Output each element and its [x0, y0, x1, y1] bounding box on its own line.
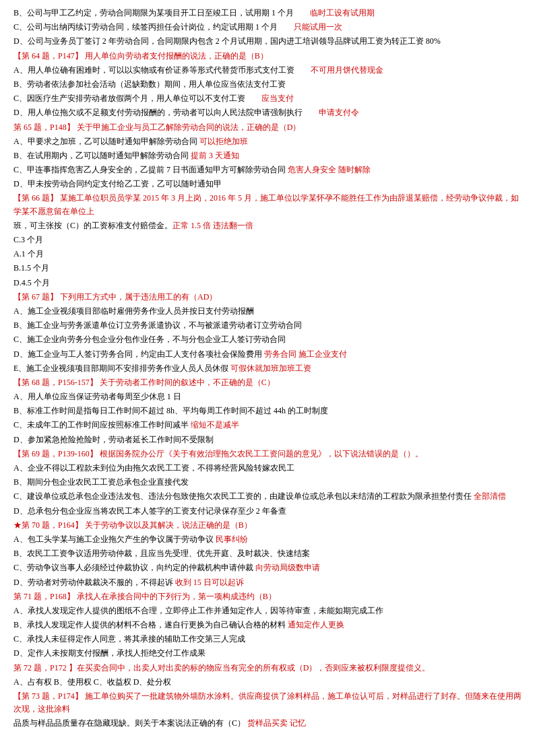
q70-a-text: A、包工头学某与施工企业拖欠产生的争议属于劳动争议 — [13, 535, 216, 544]
q67-c: C、施工企业向劳务分包企业分包作业任务，不与分包企业工人签订劳动合同 — [13, 333, 522, 346]
q66-header: 【第 66 题】 某施工单位职员员学某 2015 年 3 月上岗，2016 年 … — [13, 192, 522, 217]
q71-b-text: B、承找人发现定作人提供的材料不合格，遂自行更换为自己确认合格的材料 — [13, 620, 288, 629]
q65-a-note: 可以拒绝加班 — [199, 137, 248, 146]
q65-b-text: B、在试用期内，乙可以随时通知甲解除劳动合同 — [13, 151, 191, 160]
q70-d-text: D、劳动者对劳动仲裁裁决不服的，不得起诉 — [13, 578, 175, 587]
q71-a-text: A、承找人发现定作人提供的图纸不合理，立即停止工作并通知定作人，因等待审查，未能… — [13, 606, 383, 615]
q70-a-note: 民事纠纷 — [216, 535, 248, 544]
q69-c-note: 全部清偿 — [474, 491, 506, 501]
q71-text: 第 71 题，P168】 承找人在承接合同中的下列行为，第一项构成违约（B） — [13, 592, 276, 601]
q64-a-text: A、用人单位确有困难时，可以以实物或有价证券等形式代替货币形式支付工资 — [13, 65, 311, 75]
q68-a-text: A、用人单位应当保证劳动者每周至少休息 1 日 — [13, 392, 181, 401]
q64-c-text: C、因医疗生产安排劳动者放假两个月，用人单位可以不支付工资 — [13, 94, 261, 103]
q66-body-text: 班，可主张按（C）的工资标准支付赔偿金。 — [13, 221, 172, 230]
q66-c: C.3 个月 — [13, 234, 522, 246]
q66-a-text: A.1 个月 — [13, 249, 44, 259]
q72-text: 第 72 题，P172 】在买卖合同中，出卖人对出卖的标的物应当有完全的所有权或… — [13, 663, 430, 673]
q65-a: A、甲要求之加班，乙可以随时通知甲解除劳动合同 可以拒绝加班 — [13, 135, 522, 148]
q70-b-text: B、农民工工资争议适用劳动仲裁，且应当先受理、优先开庭、及时裁决、快速结案 — [13, 549, 310, 558]
q65-d: D、甲未按劳动合同约定支付给乙工资，乙可以随时通知甲 — [13, 178, 522, 191]
q66-text: 【第 66 题】 某施工单位职员员学某 2015 年 3 月上岗，2016 年 … — [13, 193, 519, 215]
q69-text: 【第 69 题，P139-160】 根据国务院办公厅《关于有效治理拖欠农民工工资… — [13, 449, 423, 458]
q70-c-note: 向劳动局级数申请 — [255, 563, 320, 572]
q65-c-note: 危害人身安全 随时解除 — [288, 165, 371, 174]
q64-header: 【第 64 题，P147】 用人单位向劳动者支付报酬的说法，正确的是（B） — [13, 50, 522, 63]
q67-a-text: A、施工企业视须项目部临时雇佣劳务作业人员并按日支付劳动报酬 — [13, 306, 254, 316]
q70-header: ★第 70 题，P164】 关于劳动争议以及其解决，说法正确的是（B） — [13, 519, 522, 532]
q65-text: 第 65 题，P148】 关于甲施工企业与员工乙解除劳动合同的说法，正确的是（D… — [13, 123, 301, 132]
q65-c-text: C、甲连事指挥危害乙人身安全的，乙提前 7 日书面通知甲方可解除劳动合同 — [13, 165, 288, 174]
q70-text: 第 70 题，P164】 关于劳动争议以及其解决，说法正确的是（B） — [22, 520, 252, 530]
q73-body-note: 货样品买卖 记忆 — [247, 718, 306, 728]
q67-e-text: E、施工企业视须项目部期间不安排排劳务作业人员人员休假 — [13, 364, 230, 373]
q70-star: ★ — [13, 520, 22, 530]
q66-c-text: C.3 个月 — [13, 235, 43, 244]
q73-body: 品质与样品品质量存在隐藏现缺。则关于本案说法正确的有（C） 货样品买卖 记忆 — [13, 717, 522, 730]
q65-a-text: A、甲要求之加班，乙可以随时通知甲解除劳动合同 — [13, 137, 199, 146]
q65-b: B、在试用期内，乙可以随时通知甲解除劳动合同 提前 3 天通知 — [13, 149, 522, 162]
annotation-c-company: 只能试用一次 — [294, 22, 342, 32]
q66-body-note: 正常 1.5 倍 违法翻一倍 — [172, 221, 253, 230]
q70-c: C、劳动争议当事人必须经过仲裁协议，向约定的仲裁机构申请仲裁 向劳动局级数申请 — [13, 561, 522, 574]
q67-c-text: C、施工企业向劳务分包企业分包作业任务，不与分包企业工人签订劳动合同 — [13, 335, 286, 344]
q64-text: 【第 64 题，P147】 用人单位向劳动者支付报酬的说法，正确的是（B） — [13, 51, 268, 61]
q69-c: C、建设单位或总承包企业违法发包、违法分包致使拖欠农民工工资的，由建设单位或总承… — [13, 490, 522, 503]
q67-b: B、施工企业与劳务派遣单位订立劳务派遣协议，不与被派遣劳动者订立劳动合同 — [13, 319, 522, 332]
q64-a-note: 不可用月饼代替现金 — [311, 65, 383, 75]
text-b-company: B、公司与甲工乙约定，劳动合同期限为某项目开工日至竣工日，试用期 1 个月 — [13, 8, 310, 18]
q69-d: D、总承包分包企业应当将农民工本人签字的工资支付记录保存至少 2 年备查 — [13, 505, 522, 518]
q72-header: 第 72 题，P172 】在买卖合同中，出卖人对出卖的标的物应当有完全的所有权或… — [13, 662, 522, 675]
q65-c: C、甲连事指挥危害乙人身安全的，乙提前 7 日书面通知甲方可解除劳动合同 危害人… — [13, 164, 522, 176]
q68-header: 【第 68 题，P156-157】 关于劳动者工作时间的叙述中，不正确的是（C） — [13, 376, 522, 389]
q67-d-note: 劳务合同 施工企业支付 — [264, 349, 347, 359]
q71-d-text: D、定作人未按期支付报酬，承找人拒绝交付工作成果 — [13, 648, 206, 658]
q69-b-text: B、期间分包企业农民工工资总承包企业直接代发 — [13, 477, 189, 487]
q71-c-text: C、承找人未征得定作人同意，将其承接的辅助工作交第三人完成 — [13, 634, 245, 644]
q66-d: D.4.5 个月 — [13, 277, 522, 289]
q67-d: D、施工企业与工人签订劳务合同，约定由工人支付各项社会保险费用 劳务合同 施工企… — [13, 348, 522, 361]
q68-d: D、参加紧急抢险抢险时，劳动者延长工作时间不受限制 — [13, 434, 522, 446]
q66-body: 班，可主张按（C）的工资标准支付赔偿金。正常 1.5 倍 违法翻一倍 — [13, 219, 522, 232]
q71-c: C、承找人未征得定作人同意，将其承接的辅助工作交第三人完成 — [13, 633, 522, 646]
q67-text: 【第 67 题】 下列用工方式中，属于违法用工的有（AD） — [13, 292, 217, 302]
q67-b-text: B、施工企业与劳务派遣单位订立劳务派遣协议，不与被派遣劳动者订立劳动合同 — [13, 320, 302, 330]
q67-header: 【第 67 题】 下列用工方式中，属于违法用工的有（AD） — [13, 291, 522, 304]
main-content: B、公司与甲工乙约定，劳动合同期限为某项目开工日至竣工日，试用期 1 个月 临时… — [13, 7, 522, 730]
q66-d-text: D.4.5 个月 — [13, 278, 50, 287]
annotation-b-company: 临时工设有试用期 — [310, 8, 375, 18]
q66-a: A.1 个月 — [13, 248, 522, 261]
q69-b: B、期间分包企业农民工工资总承包企业直接代发 — [13, 476, 522, 489]
q64-d-text: D、用人单位拖欠或不足额支付劳动报酬的，劳动者可以向人民法院申请强制执行 — [13, 108, 319, 117]
line-c-company: C、公司与出纳丙续订劳动合同，续签丙担任会计岗位，约定试用期 1 个月 只能试用… — [13, 21, 522, 34]
q64-b-text: B、劳动者依法参加社会活动（迟缺勤数）期间，用人单位应当依法支付工资 — [13, 79, 286, 89]
q70-d-note: 收到 15 日可以起诉 — [175, 578, 244, 587]
q71-d: D、定作人未按期支付报酬，承找人拒绝交付工作成果 — [13, 647, 522, 660]
q71-a: A、承找人发现定作人提供的图纸不合理，立即停止工作并通知定作人，因等待审查，未能… — [13, 605, 522, 617]
q64-d-note: 申请支付令 — [319, 108, 359, 117]
q73-header: 【第 73 题，P174】 施工单位购买了一批建筑物外墙防水涂料。供应商提供了涂… — [13, 690, 522, 716]
q68-a: A、用人单位应当保证劳动者每周至少休息 1 日 — [13, 390, 522, 403]
q69-d-text: D、总承包分包企业应当将农民工本人签字的工资支付记录保存至少 2 年备查 — [13, 506, 286, 516]
q68-text: 【第 68 题，P156-157】 关于劳动者工作时间的叙述中，不正确的是（C） — [13, 378, 275, 387]
q67-e-note: 可假休就加班加班工资 — [230, 364, 311, 373]
q70-b: B、农民工工资争议适用劳动仲裁，且应当先受理、优先开庭、及时裁决、快速结案 — [13, 547, 522, 560]
q65-d-text: D、甲未按劳动合同约定支付给乙工资，乙可以随时通知甲 — [13, 179, 222, 188]
q73-text: 【第 73 题，P174】 施工单位购买了一批建筑物外墙防水涂料。供应商提供了涂… — [13, 691, 522, 714]
q68-c-text: C、未成年工的工作时间应按照标准工作时间减半 — [13, 420, 191, 429]
q69-header: 【第 69 题，P139-160】 根据国务院办公厅《关于有效治理拖欠农民工工资… — [13, 448, 522, 460]
q71-b: B、承找人发现定作人提供的材料不合格，遂自行更换为自己确认合格的材料 通知定作人… — [13, 619, 522, 631]
q66-b: B.1.5 个月 — [13, 262, 522, 275]
q67-a: A、施工企业视须项目部临时雇佣劳务作业人员并按日支付劳动报酬 — [13, 305, 522, 318]
line-b-company: B、公司与甲工乙约定，劳动合同期限为某项目开工日至竣工日，试用期 1 个月 临时… — [13, 7, 522, 20]
q70-a: A、包工头学某与施工企业拖欠产生的争议属于劳动争议 民事纠纷 — [13, 533, 522, 546]
q66-b-text: B.1.5 个月 — [13, 263, 49, 273]
q65-b-note: 提前 3 天通知 — [191, 151, 239, 160]
q65-header: 第 65 题，P148】 关于甲施工企业与员工乙解除劳动合同的说法，正确的是（D… — [13, 121, 522, 134]
line-d-company: D、公司与业务员丁签订 2 年劳动合同，合同期限内包含 2 个月试用期，国内进工… — [13, 35, 522, 48]
q72-options-text: A、占有权 B、使用权 C、收益权 D、处分权 — [13, 677, 171, 687]
q69-c-text: C、建设单位或总承包企业违法发包、违法分包致使拖欠农民工工资的，由建设单位或总承… — [13, 491, 474, 501]
q68-b: B、标准工作时间是指每日工作时间不超过 8h、平均每周工作时间不超过 44h 的… — [13, 405, 522, 417]
text-c-company: C、公司与出纳丙续订劳动合同，续签丙担任会计岗位，约定试用期 1 个月 — [13, 22, 294, 32]
q73-body-text: 品质与样品品质量存在隐藏现缺。则关于本案说法正确的有（C） — [13, 718, 247, 728]
q72-options: A、占有权 B、使用权 C、收益权 D、处分权 — [13, 676, 522, 689]
